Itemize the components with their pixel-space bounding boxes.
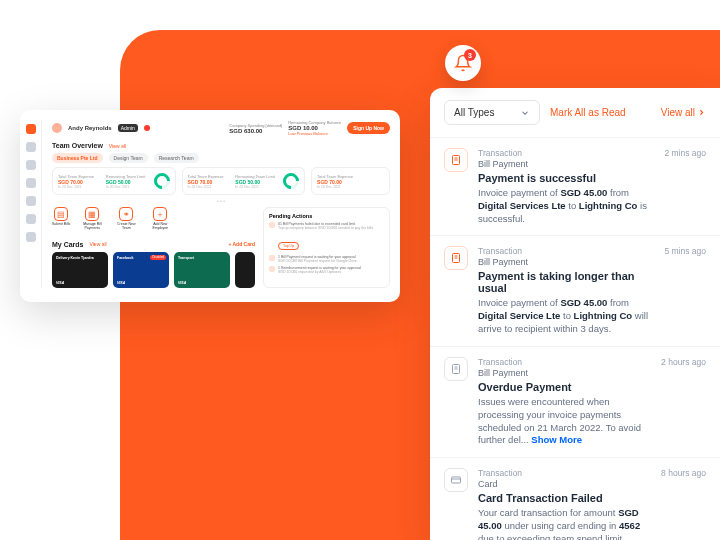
team-card[interactable]: Total Team Expense SGD 70.00 In 20 Dec 2… bbox=[182, 167, 306, 195]
invoice-icon bbox=[444, 246, 468, 270]
invoice-icon bbox=[444, 148, 468, 172]
filter-label: All Types bbox=[454, 107, 494, 118]
rail-item[interactable] bbox=[26, 178, 36, 188]
quick-manage-payments[interactable]: ▦Manage Bill Payments bbox=[80, 207, 104, 231]
pending-item[interactable]: 1 Bill Payment request is waiting for yo… bbox=[269, 255, 384, 263]
sign-up-button[interactable]: Sign Up Now bbox=[347, 122, 390, 134]
card-icon bbox=[444, 468, 468, 492]
avatar bbox=[52, 123, 62, 133]
users-icon: ⚭ bbox=[119, 207, 133, 221]
spend-label-1: Company Spending [demand] bbox=[229, 123, 282, 128]
progress-ring-icon bbox=[150, 170, 173, 193]
rail-item[interactable] bbox=[26, 196, 36, 206]
dashboard-header: Andy Reynolds Admin Company Spending [de… bbox=[52, 120, 390, 136]
pagination-dots[interactable]: • • • bbox=[52, 198, 390, 204]
my-cards-title: My Cards bbox=[52, 241, 84, 248]
notification-desc: Your card transaction for amount SGD 45.… bbox=[478, 507, 651, 540]
notification-time: 8 hours ago bbox=[661, 468, 706, 540]
notification-item[interactable]: Transaction Bill Payment Overdue Payment… bbox=[430, 346, 720, 457]
mark-all-read-button[interactable]: Mark All as Read bbox=[550, 107, 626, 118]
notification-time: 5 mins ago bbox=[664, 246, 706, 335]
tab-business[interactable]: Business Pte Ltd bbox=[52, 153, 103, 163]
credit-card[interactable]: DisabledFacebookVISA bbox=[113, 252, 169, 288]
role-badge: Admin bbox=[118, 124, 138, 132]
chevron-down-icon bbox=[520, 108, 530, 118]
credit-card[interactable]: Delivery Kevin TjandraVISA bbox=[52, 252, 108, 288]
dashboard-card: Andy Reynolds Admin Company Spending [de… bbox=[20, 110, 400, 302]
user-name: Andy Reynolds bbox=[68, 125, 112, 131]
team-overview-viewall[interactable]: View all bbox=[109, 143, 126, 149]
notification-dot-icon[interactable] bbox=[144, 125, 150, 131]
rail-item[interactable] bbox=[26, 142, 36, 152]
show-more-link[interactable]: Show More bbox=[531, 434, 582, 445]
notification-item[interactable]: Transaction Card Card Transaction Failed… bbox=[430, 457, 720, 540]
view-all-button[interactable]: View all bbox=[661, 107, 706, 118]
add-card-button[interactable]: + Add Card bbox=[228, 241, 255, 247]
nav-rail bbox=[20, 120, 42, 288]
alert-icon bbox=[269, 266, 275, 272]
alert-icon bbox=[269, 255, 275, 261]
notification-desc: Invoice payment of SGD 45.00 from Digita… bbox=[478, 297, 654, 335]
rail-item[interactable] bbox=[26, 232, 36, 242]
notification-item[interactable]: Transaction Bill Payment Payment is succ… bbox=[430, 137, 720, 235]
rail-logo bbox=[26, 124, 36, 134]
notifications-panel: All Types Mark All as Read View all Tran… bbox=[430, 88, 720, 540]
credit-card[interactable] bbox=[235, 252, 255, 288]
filter-dropdown[interactable]: All Types bbox=[444, 100, 540, 125]
team-tabs: Business Pte Ltd Design Team Research Te… bbox=[52, 153, 390, 163]
low-balance-warning: Low Previous Balance bbox=[288, 131, 341, 136]
quick-submit-bills[interactable]: ▤Submit Bills bbox=[52, 207, 70, 231]
quick-create-team[interactable]: ⚭Create New Team bbox=[114, 207, 138, 231]
top-up-button[interactable]: Top Up bbox=[278, 242, 299, 250]
invoice-icon bbox=[444, 357, 468, 381]
notification-desc: Invoice payment of SGD 45.00 from Digita… bbox=[478, 187, 654, 225]
rail-item[interactable] bbox=[26, 214, 36, 224]
notification-count-badge: 3 bbox=[464, 49, 476, 61]
tab-design[interactable]: Design Team bbox=[109, 153, 148, 163]
credit-card[interactable]: TransportVISA bbox=[174, 252, 230, 288]
chevron-right-icon bbox=[697, 108, 706, 117]
notification-item[interactable]: Transaction Bill Payment Payment is taki… bbox=[430, 235, 720, 345]
quick-add-employee[interactable]: ＋Add New Employee bbox=[148, 207, 172, 231]
cards-viewall[interactable]: View all bbox=[90, 241, 107, 247]
svg-rect-9 bbox=[452, 477, 461, 483]
team-overview-title: Team Overview bbox=[52, 142, 103, 149]
wallet-icon: ▦ bbox=[85, 207, 99, 221]
receipt-icon: ▤ bbox=[54, 207, 68, 221]
rail-item[interactable] bbox=[26, 160, 36, 170]
pending-item[interactable]: 1 Reimbursement request is waiting for y… bbox=[269, 266, 384, 274]
progress-ring-icon bbox=[280, 170, 303, 193]
notification-bell[interactable]: 3 bbox=[445, 45, 481, 81]
user-plus-icon: ＋ bbox=[153, 207, 167, 221]
notification-time: 2 mins ago bbox=[664, 148, 706, 225]
pending-actions-title: Pending Actions bbox=[269, 213, 384, 219]
notification-desc: Issues were encountered when processing … bbox=[478, 396, 651, 447]
notification-time: 2 hours ago bbox=[661, 357, 706, 447]
team-card[interactable]: Total Team Expense SGD 70.00 In 20 Dec 2… bbox=[311, 167, 390, 195]
disabled-badge: Disabled bbox=[150, 255, 166, 260]
pending-item[interactable]: 01 Bill Payments failed due to exceeded … bbox=[269, 222, 384, 230]
team-card[interactable]: Total Team Expense SGD 70.00 In 20 Dec 2… bbox=[52, 167, 176, 195]
spend-amount-1: SGD 630.00 bbox=[229, 128, 282, 134]
alert-icon bbox=[269, 222, 275, 228]
tab-research[interactable]: Research Team bbox=[154, 153, 199, 163]
